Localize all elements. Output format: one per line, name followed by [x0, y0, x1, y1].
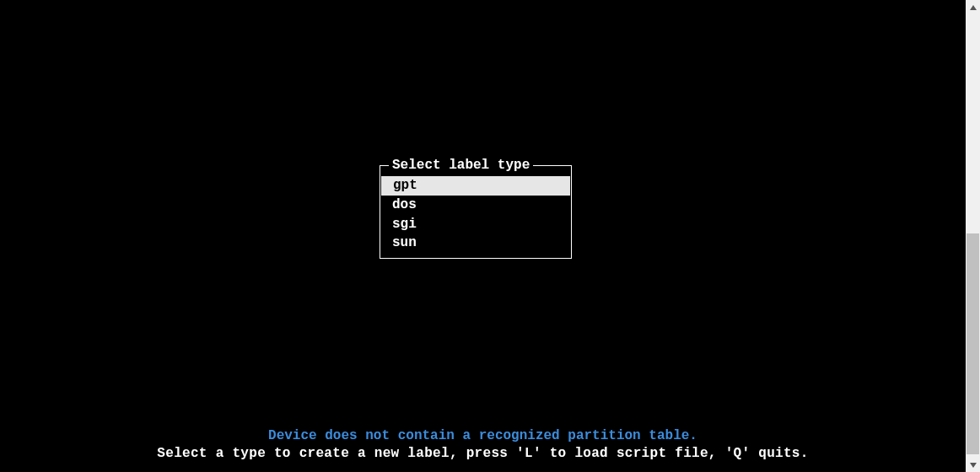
menu-item-sun[interactable]: sun	[380, 233, 571, 253]
status-area: Device does not contain a recognized par…	[0, 427, 966, 464]
select-label-type-dialog: Select label type gpt dos sgi sun	[380, 165, 572, 259]
dialog-title-bar: Select label type	[380, 158, 571, 173]
scrollbar-up-arrow-icon[interactable]	[966, 0, 980, 14]
vertical-scrollbar[interactable]	[966, 0, 980, 472]
dialog-menu: gpt dos sgi sun	[380, 166, 571, 258]
status-instructions: Select a type to create a new label, pre…	[0, 445, 966, 464]
menu-item-gpt[interactable]: gpt	[381, 176, 570, 196]
menu-item-dos[interactable]: dos	[380, 196, 571, 215]
terminal-window: Select label type gpt dos sgi sun Device…	[0, 0, 966, 472]
scrollbar-down-arrow-icon[interactable]	[966, 458, 980, 472]
scrollbar-thumb[interactable]	[967, 233, 979, 454]
scrollbar-track[interactable]	[966, 14, 980, 458]
dialog-title: Select label type	[389, 158, 533, 173]
status-warning: Device does not contain a recognized par…	[0, 427, 966, 446]
menu-item-sgi[interactable]: sgi	[380, 215, 571, 234]
